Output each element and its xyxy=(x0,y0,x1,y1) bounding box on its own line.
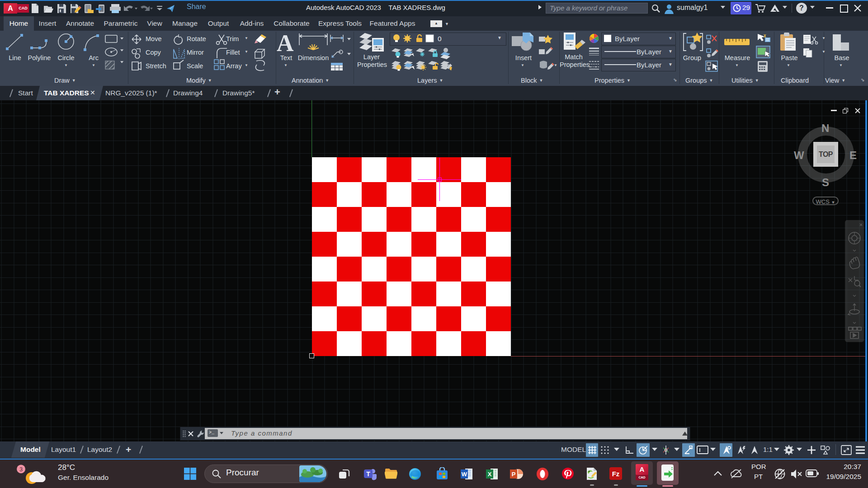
svg-text:Fz: Fz xyxy=(612,470,620,478)
svg-text:X: X xyxy=(488,471,492,478)
svg-text:3: 3 xyxy=(19,466,23,473)
svg-text:T: T xyxy=(366,470,370,478)
svg-text:P: P xyxy=(512,471,516,478)
svg-text:W: W xyxy=(462,471,467,478)
